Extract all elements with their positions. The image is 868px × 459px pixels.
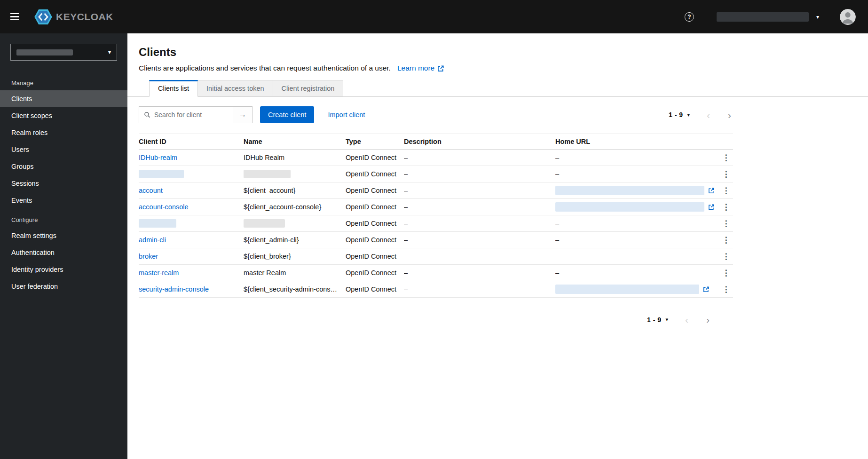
sidebar-item-authentication[interactable]: Authentication bbox=[0, 244, 127, 261]
clients-table: Client IDNameTypeDescriptionHome URL IDH… bbox=[139, 134, 733, 298]
row-actions-kebab-button[interactable]: ⋮ bbox=[722, 154, 730, 162]
redacted-client-id bbox=[139, 170, 184, 178]
description-cell: – bbox=[404, 253, 555, 260]
search-submit-button[interactable]: → bbox=[233, 106, 253, 123]
row-actions-kebab-button[interactable]: ⋮ bbox=[722, 285, 730, 293]
client-id-link[interactable]: admin-cli bbox=[139, 236, 166, 244]
previous-page-button[interactable]: ‹ bbox=[705, 110, 712, 120]
brand-name: KEYCLOAK bbox=[56, 11, 113, 23]
redacted-home-url bbox=[555, 285, 699, 294]
previous-page-button[interactable]: ‹ bbox=[683, 315, 690, 324]
client-name: IDHub Realm bbox=[244, 154, 284, 161]
sidebar-item-sessions[interactable]: Sessions bbox=[0, 175, 127, 192]
search-group: → bbox=[139, 106, 253, 123]
next-page-button[interactable]: › bbox=[704, 315, 711, 324]
row-actions-kebab-button[interactable]: ⋮ bbox=[722, 269, 730, 277]
tab-initial-access-token[interactable]: Initial access token bbox=[198, 80, 273, 97]
tab-client-registration[interactable]: Client registration bbox=[273, 80, 344, 97]
redacted-client-id bbox=[139, 219, 176, 228]
table-row: account-console${client_account-console}… bbox=[139, 199, 733, 215]
home-url-value: – bbox=[555, 220, 559, 227]
external-link-icon[interactable] bbox=[708, 204, 714, 210]
client-name: ${client_account} bbox=[244, 187, 295, 194]
sidebar: ▾ ManageClientsClient scopesRealm rolesU… bbox=[0, 33, 127, 459]
row-actions-kebab-button[interactable]: ⋮ bbox=[722, 203, 730, 211]
sidebar-item-realm-roles[interactable]: Realm roles bbox=[0, 124, 127, 141]
page-header: Clients Clients are applications and ser… bbox=[127, 33, 868, 72]
row-actions-kebab-button[interactable]: ⋮ bbox=[722, 170, 730, 178]
search-input[interactable] bbox=[154, 111, 228, 119]
client-id-link[interactable]: IDHub-realm bbox=[139, 154, 177, 161]
row-actions-kebab-button[interactable]: ⋮ bbox=[722, 220, 730, 228]
home-url-cell: – bbox=[555, 220, 719, 227]
client-id-link[interactable]: security-admin-console bbox=[139, 285, 209, 293]
sidebar-item-user-federation[interactable]: User federation bbox=[0, 278, 127, 295]
table-header: Client IDNameTypeDescriptionHome URL bbox=[139, 134, 733, 150]
client-id-link[interactable]: account-console bbox=[139, 203, 189, 211]
table-body: IDHub-realmIDHub RealmOpenID Connect––⋮O… bbox=[139, 150, 733, 298]
row-actions-kebab-button[interactable]: ⋮ bbox=[722, 253, 730, 261]
client-id-link[interactable]: master-realm bbox=[139, 269, 179, 277]
client-id-link[interactable]: account bbox=[139, 187, 163, 194]
pagination-bottom: 1 - 9 ▾ ‹ › bbox=[139, 315, 733, 324]
create-client-button[interactable]: Create client bbox=[260, 106, 314, 123]
sidebar-item-client-scopes[interactable]: Client scopes bbox=[0, 107, 127, 124]
name-cell: IDHub Realm bbox=[244, 154, 346, 161]
page-description: Clients are applications and services th… bbox=[139, 64, 391, 72]
description-cell: – bbox=[404, 236, 555, 244]
next-page-button[interactable]: › bbox=[726, 110, 733, 120]
client-id-cell: master-realm bbox=[139, 269, 244, 277]
pagination-menu-toggle[interactable]: 1 - 9 ▾ bbox=[647, 316, 668, 324]
redacted-home-url bbox=[555, 202, 704, 212]
row-actions-kebab-button[interactable]: ⋮ bbox=[722, 187, 730, 195]
sidebar-item-events[interactable]: Events bbox=[0, 192, 127, 209]
type-cell: OpenID Connect bbox=[346, 154, 404, 161]
table-row: IDHub-realmIDHub RealmOpenID Connect––⋮ bbox=[139, 150, 733, 166]
user-dropdown[interactable]: ▾ bbox=[717, 12, 819, 22]
pagination-range: 1 - 9 bbox=[669, 111, 683, 119]
type-cell: OpenID Connect bbox=[346, 269, 404, 277]
home-url-cell: – bbox=[555, 170, 719, 178]
avatar[interactable] bbox=[840, 9, 856, 25]
sidebar-item-identity-providers[interactable]: Identity providers bbox=[0, 261, 127, 278]
sidebar-item-groups[interactable]: Groups bbox=[0, 158, 127, 175]
import-client-link[interactable]: Import client bbox=[328, 111, 365, 119]
type-cell: OpenID Connect bbox=[346, 220, 404, 227]
realm-selector[interactable]: ▾ bbox=[10, 44, 117, 61]
row-actions-kebab-button[interactable]: ⋮ bbox=[722, 236, 730, 244]
description-cell: – bbox=[404, 285, 555, 293]
redacted-name bbox=[244, 170, 291, 178]
client-name: master Realm bbox=[244, 269, 286, 277]
type-cell: OpenID Connect bbox=[346, 253, 404, 260]
table-row: admin-cli${client_admin-cli}OpenID Conne… bbox=[139, 232, 733, 248]
table-row: master-realmmaster RealmOpenID Connect––… bbox=[139, 265, 733, 281]
client-id-cell bbox=[139, 170, 244, 178]
main-content: Clients Clients are applications and ser… bbox=[127, 33, 868, 459]
home-url-cell bbox=[555, 285, 719, 294]
sidebar-item-realm-settings[interactable]: Realm settings bbox=[0, 227, 127, 244]
learn-more-link[interactable]: Learn more bbox=[397, 64, 444, 72]
external-link-icon[interactable] bbox=[703, 286, 709, 293]
description-cell: – bbox=[404, 203, 555, 211]
chevron-down-icon: ▾ bbox=[108, 49, 111, 55]
sidebar-item-clients[interactable]: Clients bbox=[0, 90, 127, 107]
chevron-down-icon: ▾ bbox=[687, 112, 690, 118]
external-link-icon[interactable] bbox=[708, 188, 714, 194]
client-name: ${client_security-admin-console} bbox=[244, 285, 342, 293]
client-id-link[interactable]: broker bbox=[139, 253, 158, 260]
name-cell: ${client_account} bbox=[244, 187, 346, 194]
home-url-cell: – bbox=[555, 269, 719, 277]
sidebar-item-users[interactable]: Users bbox=[0, 141, 127, 158]
tab-clients-list[interactable]: Clients list bbox=[149, 80, 198, 97]
type-cell: OpenID Connect bbox=[346, 236, 404, 244]
client-id-cell bbox=[139, 219, 244, 228]
column-header-name: Name bbox=[244, 138, 346, 145]
pagination-menu-toggle[interactable]: 1 - 9 ▾ bbox=[669, 111, 690, 119]
nav-toggle-button[interactable] bbox=[10, 10, 24, 24]
client-id-cell: admin-cli bbox=[139, 236, 244, 244]
home-url-value: – bbox=[555, 269, 559, 277]
page-title: Clients bbox=[139, 46, 857, 59]
keycloak-admin-console: KEYCLOAK ? ▾ ▾ ManageClientsClien bbox=[0, 0, 868, 459]
help-icon[interactable]: ? bbox=[685, 12, 694, 22]
page-subtitle: Clients are applications and services th… bbox=[139, 64, 857, 72]
